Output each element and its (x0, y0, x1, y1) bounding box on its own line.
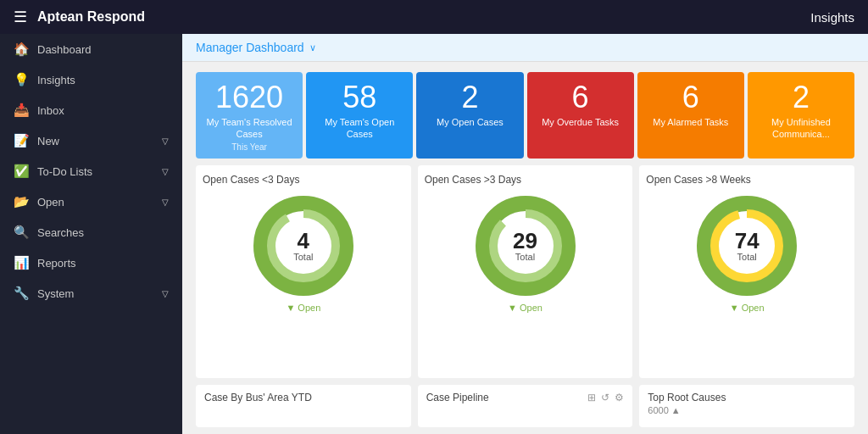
stat-value-0: 1620 (215, 82, 283, 113)
sidebar-label-dashboard: Dashboard (37, 43, 92, 56)
header-left: ☰ Aptean Respond (14, 8, 145, 26)
stat-card-3[interactable]: 6 My Overdue Tasks (527, 72, 634, 159)
hamburger-icon[interactable]: ☰ (14, 8, 27, 26)
stat-card-1[interactable]: 58 My Team's Open Cases (306, 72, 413, 159)
chevron-todo: ▽ (162, 167, 169, 176)
new-icon: 📝 (14, 133, 29, 148)
gauge-title-0: Open Cases <3 Days (203, 174, 299, 186)
open-icon: 📂 (14, 194, 29, 209)
stats-row: 1620 My Team's Resolved Cases This Year … (182, 62, 868, 165)
gauges-row: Open Cases <3 Days 4 Total ▼ Open (182, 165, 868, 385)
bottom-card-label-0: Case By Bus' Area YTD (204, 392, 312, 403)
gauge-card-2: Open Cases >8 Weeks 74 Total ▼ Open (639, 165, 854, 378)
dashboard-title[interactable]: Manager Dashboard (196, 41, 304, 54)
stat-value-2: 2 (461, 82, 478, 113)
gauge-value-0: 4 (293, 230, 313, 252)
sidebar-label-new: New (37, 135, 59, 147)
main-layout: 🏠 Dashboard 💡 Insights 📥 Inbox 📝 New ▽ ✅… (0, 34, 868, 434)
gauge-total-label-1: Total (513, 252, 537, 262)
dashboard-header: Manager Dashboard ∨ (182, 34, 868, 62)
gauge-total-label-0: Total (293, 252, 313, 262)
sidebar-item-reports[interactable]: 📊 Reports (0, 248, 182, 278)
stat-label-3: My Overdue Tasks (542, 116, 619, 128)
gauge-total-label-2: Total (735, 252, 760, 262)
gauge-center-1: 29 Total (513, 230, 537, 262)
bottom-card-title-0: Case By Bus' Area YTD (204, 392, 403, 403)
stat-card-2[interactable]: 2 My Open Cases (416, 72, 523, 159)
sidebar-item-todo[interactable]: ✅ To-Do Lists ▽ (0, 156, 182, 186)
bottom-card-subtitle-2: 6000 ▲ (648, 405, 846, 415)
gauge-container-0: 4 Total (248, 191, 359, 301)
gauge-center-0: 4 Total (293, 230, 313, 262)
stat-value-3: 6 (572, 82, 589, 113)
gauge-container-1: 29 Total (470, 191, 581, 301)
stat-label-1: My Team's Open Cases (314, 116, 404, 141)
sidebar-label-inbox: Inbox (37, 104, 64, 117)
sidebar-label-todo: To-Do Lists (37, 165, 92, 178)
sidebar-label-insights: Insights (37, 74, 75, 86)
gauge-value-2: 74 (735, 230, 760, 252)
chevron-system: ▽ (162, 289, 169, 298)
sidebar-label-reports: Reports (37, 257, 76, 270)
bottom-card-title-1: Case Pipeline ⊞ ↺ ⚙ (426, 392, 625, 403)
stat-value-5: 2 (793, 82, 810, 113)
system-icon: 🔧 (14, 286, 29, 301)
gauge-value-1: 29 (513, 230, 537, 252)
dashboard-dropdown-icon[interactable]: ∨ (309, 42, 316, 53)
stat-card-0[interactable]: 1620 My Team's Resolved Cases This Year (196, 72, 303, 159)
chevron-open: ▽ (162, 198, 169, 207)
top-header: ☰ Aptean Respond Insights (0, 0, 868, 34)
sidebar-label-searches: Searches (37, 226, 84, 239)
gauge-card-1: Open Cases >3 Days 29 Total ▼ Open (418, 165, 633, 378)
sidebar-item-new[interactable]: 📝 New ▽ (0, 125, 182, 156)
sidebar-label-open: Open (37, 196, 64, 209)
settings-icon[interactable]: ⚙ (615, 392, 624, 403)
bottom-card-icons-1: ⊞ ↺ ⚙ (587, 392, 624, 403)
gauge-center-2: 74 Total (735, 230, 760, 262)
bottom-card-label-1: Case Pipeline (426, 392, 489, 403)
stat-label-4: My Alarmed Tasks (653, 116, 728, 128)
stat-card-4[interactable]: 6 My Alarmed Tasks (637, 72, 744, 159)
gauge-title-2: Open Cases >8 Weeks (646, 174, 751, 186)
stat-value-4: 6 (682, 82, 699, 113)
insights-icon: 💡 (14, 72, 29, 87)
stat-value-1: 58 (342, 82, 376, 113)
sidebar: 🏠 Dashboard 💡 Insights 📥 Inbox 📝 New ▽ ✅… (0, 34, 182, 434)
searches-icon: 🔍 (14, 225, 29, 240)
reports-icon: 📊 (14, 255, 29, 270)
stat-label-0: My Team's Resolved Cases (204, 116, 294, 141)
dashboard-icon: 🏠 (14, 42, 29, 57)
gauge-open-label-1: ▼ Open (508, 303, 542, 313)
stat-sublabel-0: This Year (231, 142, 267, 152)
stat-label-2: My Open Cases (437, 116, 504, 128)
bottom-card-0: Case By Bus' Area YTD (196, 385, 411, 427)
bottom-row: Case By Bus' Area YTD Case Pipeline ⊞ ↺ … (182, 385, 868, 434)
refresh-icon[interactable]: ↺ (601, 392, 609, 403)
sidebar-label-system: System (37, 287, 74, 300)
sidebar-item-open[interactable]: 📂 Open ▽ (0, 186, 182, 217)
gauge-container-2: 74 Total (692, 191, 802, 301)
gauge-open-label-2: ▼ Open (730, 303, 765, 313)
sidebar-item-inbox[interactable]: 📥 Inbox (0, 95, 182, 125)
content-area: Manager Dashboard ∨ 1620 My Team's Resol… (182, 34, 868, 434)
stat-label-5: My Unfinished Communica... (756, 116, 846, 141)
gauge-card-0: Open Cases <3 Days 4 Total ▼ Open (196, 165, 411, 378)
sidebar-item-dashboard[interactable]: 🏠 Dashboard (0, 34, 182, 64)
expand-icon[interactable]: ⊞ (587, 392, 596, 403)
inbox-icon: 📥 (14, 103, 29, 118)
bottom-card-title-2: Top Root Causes (648, 392, 846, 403)
gauge-open-label-0: ▼ Open (286, 303, 320, 313)
stat-card-5[interactable]: 2 My Unfinished Communica... (748, 72, 854, 159)
bottom-card-1: Case Pipeline ⊞ ↺ ⚙ (418, 385, 633, 427)
sidebar-item-searches[interactable]: 🔍 Searches (0, 217, 182, 248)
bottom-card-label-2: Top Root Causes (648, 392, 726, 403)
app-title: Aptean Respond (37, 9, 145, 25)
gauge-title-1: Open Cases >3 Days (425, 174, 521, 186)
header-insights: Insights (810, 10, 854, 25)
sidebar-item-insights[interactable]: 💡 Insights (0, 64, 182, 95)
todo-icon: ✅ (14, 164, 29, 179)
sidebar-item-system[interactable]: 🔧 System ▽ (0, 278, 182, 309)
chevron-new: ▽ (162, 136, 169, 146)
bottom-card-2: Top Root Causes 6000 ▲ (639, 385, 854, 427)
